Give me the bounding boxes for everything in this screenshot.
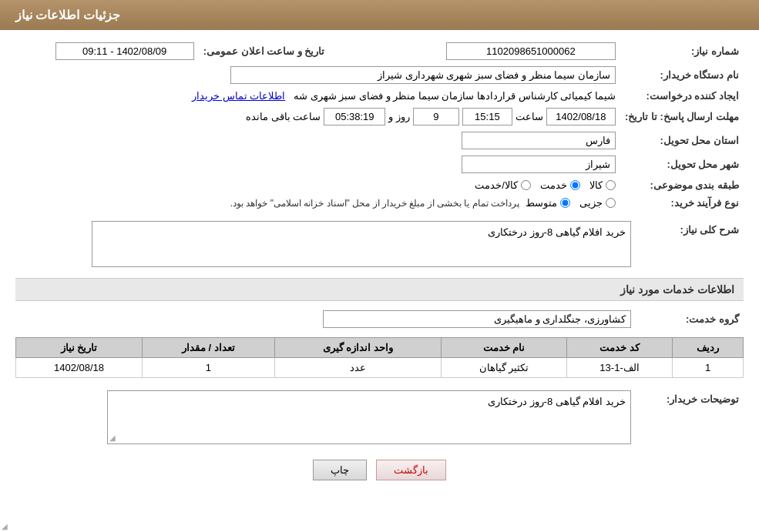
deadline-day-label: روز و <box>388 111 410 122</box>
announce-date-label: تاریخ و ساعت اعلان عمومی: <box>199 39 361 63</box>
category-kala-khedmat: کالا/خدمت <box>475 179 531 191</box>
buyer-desc-value: خرید افلام گیاهی 8-روز درختکاری ◢ <box>107 390 631 444</box>
content-area: شماره نیاز: 1102098651000062 تاریخ و ساع… <box>0 30 759 490</box>
services-section-header: اطلاعات خدمات مورد نیاز <box>15 278 744 301</box>
province-label: استان محل تحویل: <box>620 129 744 152</box>
purchase-type-row: جزیی متوسط پرداخت تمام یا بخشی از مبلغ خ… <box>20 197 616 209</box>
purchase-jozii-radio[interactable] <box>606 198 616 208</box>
announce-date-value: 1402/08/09 - 09:11 <box>55 42 194 60</box>
category-kala: کالا <box>589 179 616 191</box>
creator-value: شیما کیمیائی کارشناس قراردادها سازمان سی… <box>294 90 616 102</box>
deadline-remaining-label: ساعت باقی مانده <box>246 111 321 122</box>
category-kala-khedmat-label: کالا/خدمت <box>475 179 518 191</box>
page-title: جزئیات اطلاعات نیاز <box>15 8 120 22</box>
category-khedmat-label: خدمت <box>540 179 567 191</box>
buyer-desc-resize-icon: ◢ <box>109 433 116 442</box>
col-unit: واحد اندازه گیری <box>274 338 441 358</box>
services-table: ردیف کد خدمت نام خدمت واحد اندازه گیری ت… <box>15 337 744 378</box>
table-cell: 1 <box>143 358 275 378</box>
table-cell: تکثیر گیاهان <box>441 358 566 378</box>
buyer-org-label: نام دستگاه خریدار: <box>620 63 744 87</box>
row-need-number: شماره نیاز: 1102098651000062 تاریخ و ساع… <box>15 39 744 63</box>
deadline-time-label: ساعت <box>516 111 543 122</box>
page-header: جزئیات اطلاعات نیاز <box>0 0 759 30</box>
need-number-value: 1102098651000062 <box>446 42 616 60</box>
buyer-org-value: سازمان سیما منظر و فضای سبز شهری شهرداری… <box>230 66 616 84</box>
table-cell: عدد <box>274 358 441 378</box>
creator-contact-link[interactable]: اطلاعات تماس خریدار <box>192 90 285 102</box>
back-button[interactable]: بازگشت <box>376 460 446 480</box>
row-province: استان محل تحویل: فارس <box>15 129 744 152</box>
services-table-body: 1الف-1-13تکثیر گیاهانعدد11402/08/18 <box>16 358 744 378</box>
category-kala-khedmat-radio[interactable] <box>521 180 531 190</box>
service-group-table: گروه خدمت: کشاورزی، جنگلداری و ماهیگیری <box>15 307 744 331</box>
info-table: شماره نیاز: 1102098651000062 تاریخ و ساع… <box>15 39 744 212</box>
category-khedmat-radio[interactable] <box>570 180 580 190</box>
table-cell: 1402/08/18 <box>16 358 143 378</box>
deadline-date: 1402/08/18 <box>546 108 616 125</box>
province-value: فارس <box>462 132 616 149</box>
category-label: طبقه بندی موضوعی: <box>620 176 744 194</box>
city-value: شیراز <box>462 156 616 173</box>
category-khedmat: خدمت <box>540 179 580 191</box>
deadline-label: مهلت ارسال پاسخ: تا تاریخ: <box>620 105 744 129</box>
button-row: بازگشت چاپ <box>15 460 744 480</box>
category-kala-radio[interactable] <box>606 180 616 190</box>
category-kala-label: کالا <box>589 179 603 191</box>
print-button[interactable]: چاپ <box>313 460 367 480</box>
purchase-type-radio-group: جزیی متوسط <box>526 197 616 209</box>
row-service-group: گروه خدمت: کشاورزی، جنگلداری و ماهیگیری <box>15 307 744 331</box>
row-buyer-desc: توضیحات خریدار: خرید افلام گیاهی 8-روز د… <box>15 387 744 447</box>
page-container: جزئیات اطلاعات نیاز شماره نیاز: 11020986… <box>0 0 759 532</box>
purchase-motavaset: متوسط <box>526 197 570 209</box>
row-buyer-org: نام دستگاه خریدار: سازمان سیما منظر و فض… <box>15 63 744 87</box>
service-group-value: کشاورزی، جنگلداری و ماهیگیری <box>323 310 631 328</box>
need-desc-table: شرح کلی نیاز: خرید افلام گیاهی 8-روز درخ… <box>15 218 744 270</box>
buyer-desc-table: توضیحات خریدار: خرید افلام گیاهی 8-روز د… <box>15 387 744 447</box>
col-row-num: ردیف <box>673 338 744 358</box>
need-number-label: شماره نیاز: <box>620 39 744 63</box>
table-row: 1الف-1-13تکثیر گیاهانعدد11402/08/18 <box>16 358 744 378</box>
deadline-remaining: 05:38:19 <box>324 108 385 125</box>
need-desc-label: شرح کلی نیاز: <box>636 218 744 270</box>
need-desc-value: خرید افلام گیاهی 8-روز درختکاری ◢ <box>92 221 631 267</box>
col-service-code: کد خدمت <box>566 338 672 358</box>
purchase-type-label: نوع فرآیند خرید: <box>620 194 744 212</box>
purchase-motavaset-radio[interactable] <box>560 198 570 208</box>
services-table-header-row: ردیف کد خدمت نام خدمت واحد اندازه گیری ت… <box>16 338 744 358</box>
services-table-head: ردیف کد خدمت نام خدمت واحد اندازه گیری ت… <box>16 338 744 358</box>
deadline-row: 1402/08/18 ساعت 15:15 9 روز و 05:38:19 س… <box>20 108 616 125</box>
deadline-time: 15:15 <box>462 108 512 125</box>
row-need-desc: شرح کلی نیاز: خرید افلام گیاهی 8-روز درخ… <box>15 218 744 270</box>
table-cell: الف-1-13 <box>566 358 672 378</box>
row-city: شهر محل تحویل: شیراز <box>15 152 744 176</box>
col-date: تاریخ نیاز <box>16 338 143 358</box>
row-category: طبقه بندی موضوعی: کالا خدمت <box>15 176 744 194</box>
row-purchase-type: نوع فرآیند خرید: جزیی متوسط <box>15 194 744 212</box>
table-cell: 1 <box>673 358 744 378</box>
deadline-day: 9 <box>413 108 459 125</box>
purchase-jozii-label: جزیی <box>579 197 603 209</box>
resize-icon: ◢ <box>2 522 8 530</box>
service-group-label: گروه خدمت: <box>636 307 744 331</box>
creator-label: ایجاد کننده درخواست: <box>620 87 744 105</box>
row-deadline: مهلت ارسال پاسخ: تا تاریخ: 1402/08/18 سا… <box>15 105 744 129</box>
purchase-motavaset-label: متوسط <box>526 197 557 209</box>
category-radio-group: کالا خدمت کالا/خدمت <box>20 179 616 191</box>
row-creator: ایجاد کننده درخواست: شیما کیمیائی کارشنا… <box>15 87 744 105</box>
col-quantity: تعداد / مقدار <box>143 338 275 358</box>
purchase-type-note: پرداخت تمام یا بخشی از مبلغ خریدار از مح… <box>230 198 519 209</box>
city-label: شهر محل تحویل: <box>620 152 744 176</box>
purchase-jozii: جزیی <box>579 197 616 209</box>
col-service-name: نام خدمت <box>441 338 566 358</box>
buyer-desc-label: توضیحات خریدار: <box>636 387 744 447</box>
